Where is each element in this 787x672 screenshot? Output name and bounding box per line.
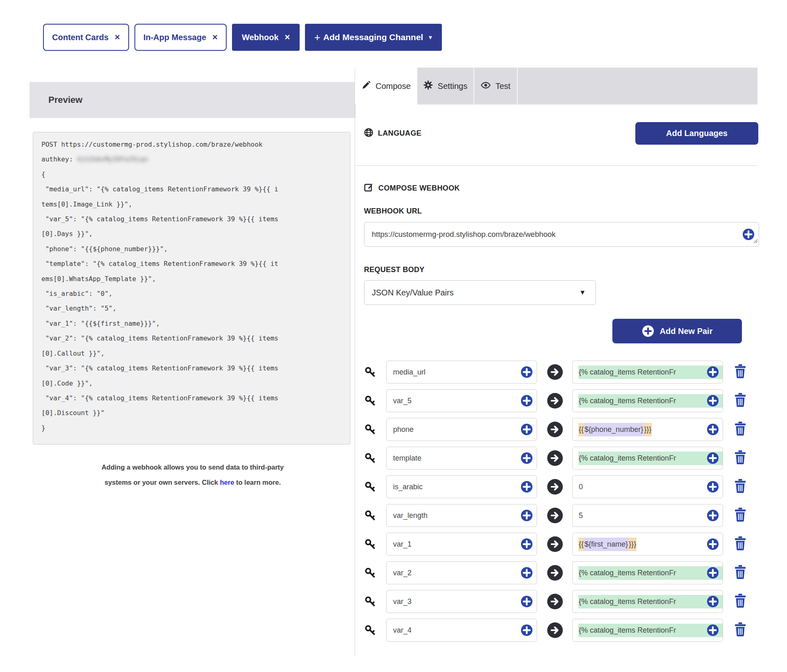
- request-body-selected-value: JSON Key/Value Pairs: [372, 288, 454, 297]
- language-section-label: LANGUAGE: [364, 128, 421, 139]
- add-personalization-button[interactable]: [521, 509, 533, 522]
- delete-pair-button[interactable]: [734, 364, 747, 380]
- pair-key-input[interactable]: is_arabic: [386, 475, 537, 498]
- delete-pair-button[interactable]: [734, 536, 747, 552]
- add-personalization-button[interactable]: [521, 567, 533, 579]
- trash-icon: [734, 393, 746, 409]
- delete-pair-button[interactable]: [734, 479, 747, 495]
- pair-value-input[interactable]: {{${first_name}}}}: [572, 533, 723, 556]
- pair-key-input[interactable]: var_length: [386, 504, 537, 527]
- trash-icon: [734, 422, 746, 437]
- request-body-select[interactable]: JSON Key/Value Pairs ▼: [364, 280, 596, 305]
- delete-pair-button[interactable]: [734, 450, 747, 466]
- tab-label: Test: [496, 82, 511, 91]
- key-icon: [364, 395, 376, 407]
- add-personalization-button[interactable]: [707, 567, 719, 579]
- add-personalization-button[interactable]: [521, 423, 533, 436]
- pairs-list: media_url{% catalog_items RetentionFrvar…: [364, 361, 759, 647]
- add-new-pair-button[interactable]: Add New Pair: [612, 319, 742, 343]
- delete-pair-button[interactable]: [734, 422, 747, 437]
- pair-row: var_5{% catalog_items RetentionFr: [364, 389, 759, 412]
- add-personalization-button[interactable]: [521, 481, 533, 493]
- add-personalization-button[interactable]: [521, 595, 533, 608]
- pair-key-input[interactable]: var_3: [386, 590, 537, 613]
- add-personalization-button[interactable]: [707, 366, 719, 378]
- channel-tab-in-app-message[interactable]: In-App Message ×: [134, 24, 227, 51]
- resize-grip-icon[interactable]: [753, 236, 758, 245]
- value-segment: ${first_name}: [584, 538, 628, 551]
- arrow-right-icon: [547, 479, 563, 495]
- add-personalization-button[interactable]: [707, 595, 719, 608]
- pair-value-input[interactable]: {% catalog_items RetentionFr: [572, 447, 723, 470]
- add-personalization-button[interactable]: [521, 395, 533, 407]
- trash-icon: [734, 364, 746, 380]
- close-icon[interactable]: ×: [212, 33, 218, 42]
- delete-pair-button[interactable]: [734, 565, 747, 581]
- add-languages-button[interactable]: Add Languages: [635, 122, 758, 145]
- add-personalization-button[interactable]: [707, 509, 719, 522]
- code-line: authkey: 4jh2kAvMyIDFeI9jqn: [41, 152, 346, 167]
- add-personalization-button[interactable]: [707, 481, 719, 493]
- add-personalization-button[interactable]: [521, 452, 533, 464]
- pair-value-input[interactable]: {% catalog_items RetentionFr: [572, 361, 723, 384]
- request-body-label: REQUEST BODY: [364, 266, 425, 274]
- add-personalization-button[interactable]: [707, 423, 719, 436]
- pair-value-input[interactable]: {{${phone_number}}}}: [572, 418, 723, 441]
- pair-key-input[interactable]: var_1: [386, 533, 537, 556]
- pair-value: 0: [578, 480, 583, 494]
- delete-pair-button[interactable]: [734, 508, 747, 523]
- delete-pair-button[interactable]: [734, 393, 747, 409]
- close-icon[interactable]: ×: [115, 33, 120, 42]
- trash-icon: [734, 594, 746, 609]
- add-personalization-button[interactable]: [707, 624, 719, 636]
- tab-compose[interactable]: Compose: [355, 68, 417, 104]
- pair-key-input[interactable]: var_5: [386, 389, 537, 412]
- panel-divider: [355, 165, 757, 166]
- code-line: "var_5": "{% catalog_items RetentionFram…: [41, 212, 346, 227]
- pair-key-value: media_url: [393, 368, 425, 377]
- pair-value-input[interactable]: {% catalog_items RetentionFr: [572, 619, 723, 642]
- code-line: "var_1": "{{${first_name}}}",: [41, 316, 346, 331]
- add-personalization-button[interactable]: [707, 395, 719, 407]
- arrow-right-icon: [547, 450, 563, 466]
- add-messaging-channel-button[interactable]: + Add Messaging Channel ▼: [305, 24, 442, 51]
- add-personalization-button[interactable]: [707, 538, 719, 550]
- code-line: tems[0].Image_Link }}",: [41, 197, 346, 212]
- pair-value-input[interactable]: 0: [572, 475, 723, 498]
- add-personalization-button[interactable]: [707, 452, 719, 464]
- compose-webhook-section-label: COMPOSE WEBHOOK: [364, 182, 460, 194]
- pair-value-input[interactable]: {% catalog_items RetentionFr: [572, 561, 723, 584]
- add-personalization-button[interactable]: [521, 624, 533, 636]
- code-line: "is_arabic": "0",: [41, 286, 346, 301]
- webhook-url-input[interactable]: https://customermg-prod.stylishop.com/br…: [364, 222, 759, 247]
- pair-key-value: phone: [393, 425, 414, 434]
- key-icon: [364, 481, 376, 493]
- pair-value-input[interactable]: {% catalog_items RetentionFr: [572, 389, 723, 412]
- pair-key-input[interactable]: var_2: [386, 561, 537, 584]
- pair-value-input[interactable]: 5: [572, 504, 723, 527]
- tab-settings[interactable]: Settings: [417, 68, 474, 104]
- learn-more-link[interactable]: here: [220, 479, 234, 486]
- delete-pair-button[interactable]: [734, 594, 747, 609]
- channel-tab-content-cards[interactable]: Content Cards ×: [43, 24, 129, 51]
- value-segment: }}}: [628, 538, 637, 551]
- preview-header: Preview: [30, 82, 356, 118]
- pair-value-input[interactable]: {% catalog_items RetentionFr: [572, 590, 723, 613]
- channel-tab-webhook[interactable]: Webhook ×: [232, 24, 300, 51]
- pair-row: template{% catalog_items RetentionFr: [364, 447, 759, 470]
- tab-test[interactable]: Test: [474, 68, 518, 104]
- code-line: "phone": "{{${phone_number}}}",: [41, 242, 346, 257]
- pair-key-input[interactable]: media_url: [386, 361, 537, 384]
- pair-key-input[interactable]: phone: [386, 418, 537, 441]
- pair-value: {{${phone_number}}}}: [578, 423, 652, 436]
- edit-icon: [364, 182, 374, 194]
- tab-label: Compose: [375, 82, 411, 91]
- pair-key-input[interactable]: var_4: [386, 619, 537, 642]
- add-personalization-button[interactable]: [521, 538, 533, 550]
- globe-icon: [364, 128, 373, 139]
- close-icon[interactable]: ×: [285, 33, 290, 42]
- delete-pair-button[interactable]: [734, 622, 747, 638]
- code-line: "var_4": "{% catalog_items RetentionFram…: [41, 391, 346, 406]
- pair-key-input[interactable]: template: [386, 447, 537, 470]
- add-personalization-button[interactable]: [521, 366, 533, 378]
